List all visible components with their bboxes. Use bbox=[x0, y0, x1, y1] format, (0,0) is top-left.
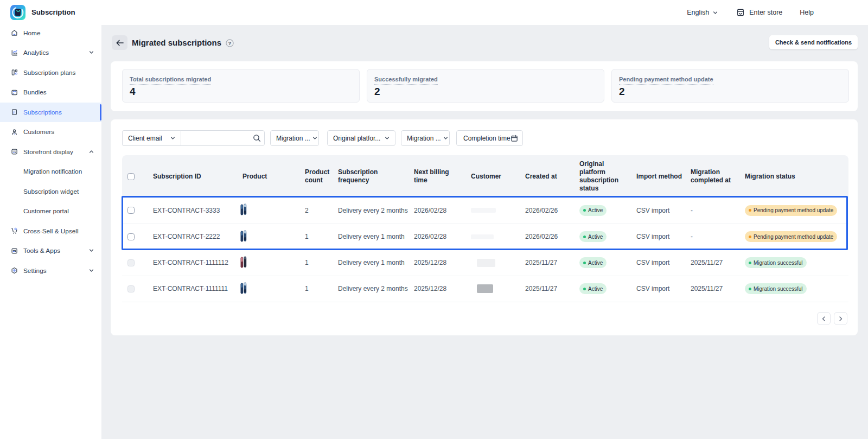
svg-text:?: ? bbox=[228, 40, 232, 46]
